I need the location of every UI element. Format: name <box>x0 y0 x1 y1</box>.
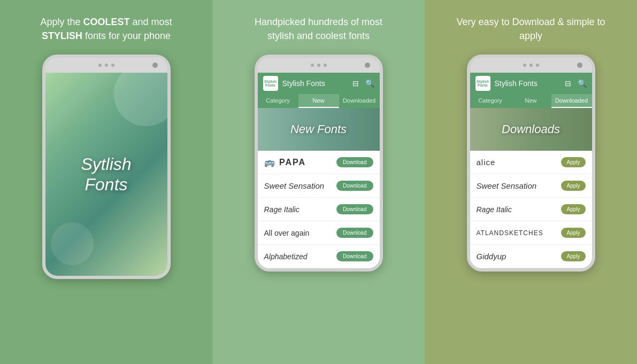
banner-new-text: New Fonts <box>290 122 347 136</box>
list-item: alice Apply <box>470 151 592 174</box>
search-icon[interactable]: 🔍 <box>365 79 374 88</box>
apply-button[interactable]: Apply <box>561 204 585 214</box>
phone-dot <box>529 64 533 67</box>
font-name: Sweet Sensation <box>477 181 537 190</box>
apply-button[interactable]: Apply <box>561 181 585 191</box>
phone-dot <box>111 64 114 67</box>
panel-1-tagline: Apply the COOLEST and most STYLISH fonts… <box>32 15 181 43</box>
app-logo: StylishFonts <box>263 76 278 91</box>
list-item: Sweet Sensation Download <box>258 174 380 198</box>
font-name: Giddyup <box>477 252 506 261</box>
app-header: StylishFonts Stylish Fonts ⊟ 🔍 <box>258 73 380 94</box>
font-list-downloaded: alice Apply Sweet Sensation Apply Rage I… <box>470 151 592 268</box>
app-screen-new: StylishFonts Stylish Fonts ⊟ 🔍 Category … <box>258 73 380 268</box>
tab-new[interactable]: New <box>298 94 339 108</box>
font-name: Rage Italic <box>264 205 300 214</box>
download-button[interactable]: Download <box>336 204 373 214</box>
phone-1: Sytlish Fonts <box>42 55 171 279</box>
banner-new: New Fonts <box>258 108 380 151</box>
splash-screen: Sytlish Fonts <box>45 73 167 276</box>
apply-button[interactable]: Apply <box>561 251 585 261</box>
tab-downloaded[interactable]: Downloaded <box>551 94 592 108</box>
list-item: Sweet Sensation Apply <box>470 174 592 198</box>
phone-top-3 <box>470 58 592 73</box>
font-name: 🚌 PAPA <box>264 157 306 167</box>
font-name: Sweet Sensation <box>264 181 325 190</box>
app-header: StylishFonts Stylish Fonts ⊟ 🔍 <box>470 73 592 94</box>
phone-top-1 <box>45 58 167 73</box>
phone-dot <box>536 64 539 67</box>
panel-downloaded: Very easy to Download & simple to apply … <box>425 0 637 364</box>
phone-camera <box>577 63 582 68</box>
panel-3-tagline: Very easy to Download & simple to apply <box>456 15 606 43</box>
app-tabs: Category New Downloaded <box>470 94 592 108</box>
list-item: Alphabetized Download <box>258 245 380 268</box>
download-button[interactable]: Download <box>336 181 373 191</box>
panel-2-tagline: Handpicked hundreds of most stylish and … <box>244 15 394 43</box>
panel-splash: Apply the COOLEST and most STYLISH fonts… <box>0 0 212 364</box>
phone-top-2 <box>258 58 380 73</box>
phone-3: StylishFonts Stylish Fonts ⊟ 🔍 Category … <box>467 55 595 272</box>
phone-dot <box>324 64 327 67</box>
download-button[interactable]: Download <box>336 157 373 167</box>
splash-background: Sytlish Fonts <box>45 73 167 276</box>
splash-title: Sytlish Fonts <box>81 154 131 195</box>
phone-dot <box>523 64 526 67</box>
window-icon[interactable]: ⊟ <box>352 79 359 88</box>
phone-dot <box>317 64 320 67</box>
app-tabs: Category New Downloaded <box>258 94 380 108</box>
phone-dot <box>311 64 314 67</box>
list-item: ATLANDSKETCHES Apply <box>470 221 592 245</box>
list-item: 🚌 PAPA Download <box>258 151 380 174</box>
phone-dot <box>98 64 102 67</box>
font-name: Alphabetized <box>264 252 308 261</box>
window-icon[interactable]: ⊟ <box>565 79 571 88</box>
download-button[interactable]: Download <box>336 251 373 261</box>
apply-button[interactable]: Apply <box>561 228 585 238</box>
banner-downloads: Downloads <box>470 108 592 151</box>
list-item: Rage Italic Download <box>258 198 380 221</box>
apply-button[interactable]: Apply <box>561 157 585 167</box>
tab-new[interactable]: New <box>511 94 551 108</box>
list-item: Rage Italic Apply <box>470 198 592 221</box>
phone-camera <box>152 63 158 68</box>
phone-dot <box>105 64 108 67</box>
app-title: Stylish Fonts <box>495 79 558 88</box>
search-icon[interactable]: 🔍 <box>578 79 587 88</box>
phone-2: StylishFonts Stylish Fonts ⊟ 🔍 Category … <box>255 55 383 272</box>
tab-category[interactable]: Category <box>470 94 511 108</box>
font-name: ATLANDSKETCHES <box>477 229 543 237</box>
panel-new-fonts: Handpicked hundreds of most stylish and … <box>212 0 425 364</box>
download-button[interactable]: Download <box>336 228 373 238</box>
app-logo: StylishFonts <box>475 76 490 91</box>
tab-category[interactable]: Category <box>258 94 298 108</box>
list-item: All over again Download <box>258 221 380 245</box>
font-name: All over again <box>264 229 310 237</box>
list-item: Giddyup Apply <box>470 245 592 268</box>
tab-downloaded[interactable]: Downloaded <box>339 94 380 108</box>
font-list-new: 🚌 PAPA Download Sweet Sensation Download… <box>258 151 380 268</box>
font-name: alice <box>477 158 496 167</box>
phone-camera <box>365 63 370 68</box>
app-title: Stylish Fonts <box>282 79 346 88</box>
app-screen-downloaded: StylishFonts Stylish Fonts ⊟ 🔍 Category … <box>470 73 592 268</box>
font-name: Rage Italic <box>477 205 512 214</box>
banner-downloads-text: Downloads <box>502 122 560 136</box>
